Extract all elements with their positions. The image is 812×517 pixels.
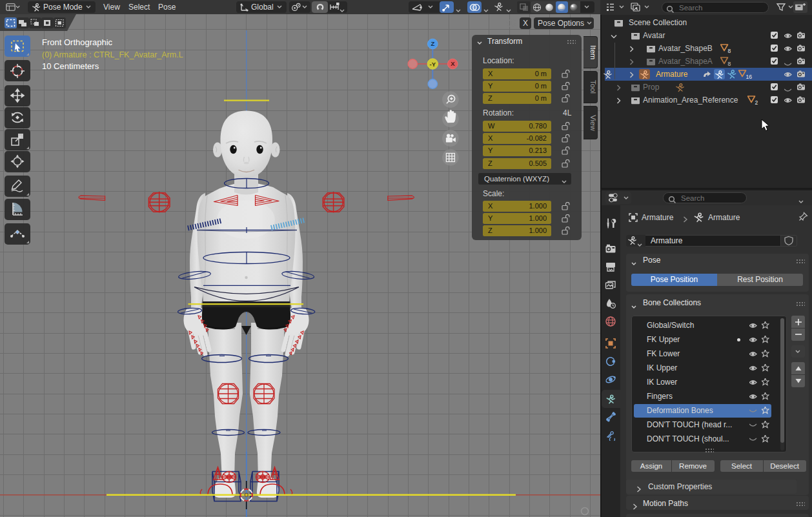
svg-text:10 Centimeters: 10 Centimeters [42,61,99,71]
svg-text:8: 8 [728,47,731,54]
svg-text:Front Orthographic: Front Orthographic [42,37,113,47]
svg-text:8: 8 [728,60,731,66]
svg-text:-Y: -Y [430,61,436,68]
svg-text:16: 16 [746,73,753,79]
svg-text:(0) Armature : CTRL_FK_Avatar_: (0) Armature : CTRL_FK_Avatar_Arm.L [42,50,183,59]
svg-text:Z: Z [431,40,434,47]
svg-text:2: 2 [755,99,758,105]
svg-text:X: X [451,60,455,67]
